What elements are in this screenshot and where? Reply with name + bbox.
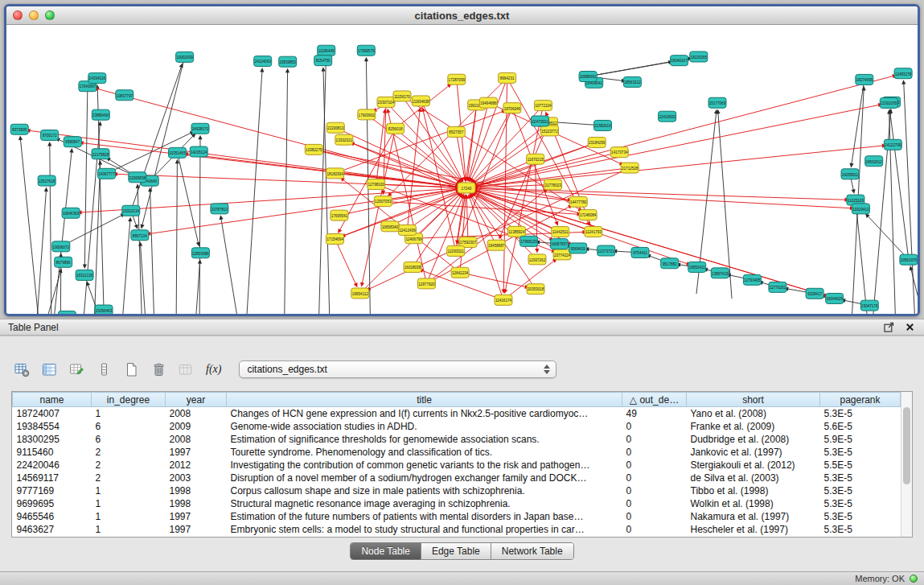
graph-node[interactable]: 18563212 [623, 76, 641, 87]
graph-node[interactable]: 19494686 [479, 97, 497, 108]
graph-node[interactable]: 17248084 [579, 210, 597, 220]
table-row[interactable]: 911546021997Tourette syndrome. Phenomeno… [13, 446, 901, 459]
graph-node[interactable]: 11196449 [318, 45, 335, 56]
graph-edge[interactable] [149, 187, 466, 233]
graph-node[interactable]: 10002939 [176, 51, 194, 62]
graph-node[interactable]: 16687657 [550, 239, 568, 249]
graph-node[interactable]: 13332321 [335, 134, 353, 145]
graph-node[interactable]: 10658340 [381, 221, 399, 232]
graph-node[interactable]: 19654112 [351, 288, 369, 299]
graph-node[interactable]: 17287099 [448, 74, 466, 84]
memory-status[interactable]: Memory: OK [855, 574, 905, 583]
graph-node[interactable]: 24334316 [88, 73, 106, 84]
graph-node[interactable]: 22527618 [38, 175, 55, 186]
graph-node[interactable]: 17968229 [520, 236, 538, 246]
tab-node-table[interactable]: Node Table [351, 543, 421, 559]
column-header[interactable]: name [13, 393, 92, 407]
graph-node[interactable]: 16018038 [404, 262, 421, 272]
graph-node[interactable]: 11385924 [507, 226, 525, 237]
graph-node[interactable]: 22473931 [532, 116, 549, 126]
graph-node[interactable]: 23880460 [92, 109, 109, 120]
graph-node[interactable]: 23184256 [588, 138, 606, 148]
graph-edge[interactable] [84, 86, 88, 266]
graph-node[interactable]: 23307104 [377, 97, 395, 107]
graph-edge[interactable] [176, 162, 177, 314]
graph-node[interactable]: 11156170 [393, 91, 411, 101]
graph-edge[interactable] [388, 111, 426, 284]
graph-node[interactable]: 23839853 [279, 56, 297, 67]
graph-node[interactable]: 12507053 [374, 196, 392, 207]
graph-edge[interactable] [285, 71, 288, 314]
tab-network-table[interactable]: Network Table [491, 543, 573, 559]
table-row[interactable]: 977716911998Corpus callosum shape and si… [13, 484, 901, 497]
graph-node[interactable]: 22302265 [880, 97, 897, 108]
graph-node[interactable]: 15047176 [860, 300, 878, 311]
maximize-window-button[interactable] [45, 10, 55, 20]
graph-node[interactable]: 20353018 [527, 284, 544, 295]
table-row[interactable]: 946554611997Estimation of the future num… [13, 510, 901, 523]
graph-node[interactable]: 12937262 [528, 254, 546, 265]
graph-node[interactable]: 9754411 [631, 247, 649, 257]
graph-node[interactable]: 22065838 [129, 172, 146, 183]
table-row[interactable]: 1830029562008Estimation of significance … [13, 433, 901, 446]
scrollbar-thumb[interactable] [903, 407, 910, 484]
graph-node[interactable]: 24122799 [884, 139, 901, 150]
graph-edge[interactable] [460, 273, 527, 287]
column-header[interactable]: △ out_de… [622, 393, 687, 407]
graph-node[interactable]: 22200813 [326, 122, 344, 133]
graph-node[interactable]: 15177069 [708, 97, 726, 108]
float-window-icon[interactable] [882, 321, 895, 334]
graph-edge[interactable] [178, 153, 199, 245]
graph-node[interactable]: 21582616 [594, 120, 612, 130]
graph-node[interactable]: 13897419 [711, 268, 729, 278]
import-table-icon[interactable] [177, 360, 195, 378]
graph-node[interactable]: 20070212 [58, 311, 76, 314]
show-columns-icon[interactable] [40, 360, 58, 378]
graph-node[interactable]: 12483278 [894, 68, 912, 79]
graph-node[interactable]: 19550411 [688, 262, 706, 272]
graph-node[interactable]: 10646363 [62, 208, 80, 218]
graph-node[interactable]: 24562612 [865, 156, 883, 167]
graph-node[interactable]: 8256018 [387, 123, 405, 134]
graph-node[interactable]: 16312139 [76, 270, 93, 280]
table-scrollbar[interactable] [901, 392, 912, 537]
graph-node[interactable]: 8527357 [447, 126, 465, 137]
graph-edge[interactable] [344, 140, 458, 185]
graph-node[interactable]: 15310134 [122, 205, 140, 216]
graph-node[interactable]: 21712528 [621, 163, 639, 173]
graph-node[interactable]: 12793405 [743, 274, 761, 285]
trash-icon[interactable] [150, 360, 167, 378]
graph-node[interactable]: 17695541 [331, 210, 348, 220]
graph-node[interactable]: 8373605 [10, 124, 28, 134]
graph-node[interactable]: 10382275 [305, 144, 322, 154]
graph-node[interactable]: 10772104 [534, 101, 552, 111]
table-row[interactable]: 2242004622012Investigating the contribut… [13, 459, 901, 472]
network-canvas[interactable]: 1724021778023144777801724808411241793114… [6, 26, 918, 314]
graph-node[interactable]: 20988691 [579, 72, 597, 82]
graph-node[interactable]: 9328417 [806, 288, 823, 299]
graph-node[interactable]: 21934638 [412, 96, 429, 106]
table-row[interactable]: 1456911722003Disruption of a novel membe… [13, 472, 901, 484]
graph-edge[interactable] [246, 70, 262, 314]
graph-edge[interactable] [131, 65, 182, 210]
column-header[interactable]: title [227, 393, 622, 407]
graph-node[interactable]: 12412439 [398, 225, 416, 235]
graph-edge[interactable] [867, 215, 909, 259]
graph-node[interactable]: 12642234 [451, 267, 469, 278]
graph-node[interactable]: 18182934 [326, 168, 344, 179]
graph-edge[interactable] [466, 196, 468, 242]
graph-node[interactable]: 9568419 [569, 243, 587, 253]
graph-node[interactable]: 12373721 [598, 245, 615, 256]
graph-node[interactable]: 15223772 [541, 126, 559, 136]
graph-node[interactable]: 9700172 [41, 130, 59, 141]
graph-node[interactable]: 21778023 [544, 179, 562, 190]
graph-node[interactable]: 8807134 [131, 230, 149, 241]
graph-node[interactable]: 10837797 [116, 90, 133, 101]
table-row[interactable]: 1872400712008Changes of HCN gene express… [13, 407, 901, 421]
graph-node[interactable]: 24258911 [841, 169, 859, 179]
graph-node[interactable]: 17240 [458, 183, 475, 193]
graph-edge[interactable] [421, 101, 462, 179]
graph-node[interactable]: 17999579 [357, 45, 375, 56]
graph-node[interactable]: 8154750 [314, 56, 332, 66]
row-icon[interactable] [95, 360, 113, 378]
